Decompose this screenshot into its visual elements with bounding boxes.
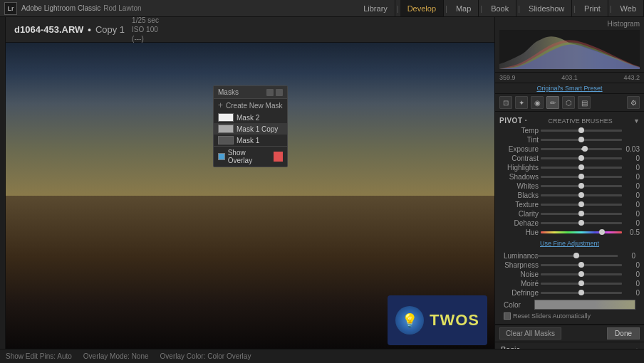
reset-sliders-row: Reset Sliders Automatically: [499, 311, 640, 321]
file-info-bar: d1064-453.ARW • Copy 1 1/25 sec ISO 100 …: [6, 17, 494, 43]
left-panel: [0, 17, 6, 349]
range-tool-btn[interactable]: ▤: [578, 96, 591, 109]
slider-row-whites: Whites 0: [499, 182, 640, 190]
slider-label-temp: Temp: [499, 127, 539, 135]
brush-panel-close[interactable]: [276, 89, 283, 96]
slider-row-clarity: Clarity 0: [499, 210, 640, 218]
slider-label-blacks: Blacks: [499, 191, 539, 199]
tab-book[interactable]: Book: [484, 0, 516, 16]
slider-thumb-highlights: [578, 164, 584, 170]
tab-develop[interactable]: Develop: [400, 0, 444, 16]
slider-label-dehaze: Dehaze: [499, 219, 539, 227]
slider-label-hue: Hue: [499, 228, 539, 236]
slider-track-texture[interactable]: [541, 204, 622, 206]
brush-item-mask1[interactable]: Mask 1: [214, 135, 287, 146]
slider-row-texture: Texture 0: [499, 201, 640, 209]
basic-panel-header[interactable]: Basic ›: [495, 342, 644, 349]
slider-label-contrast: Contrast: [499, 154, 539, 162]
creative-brushes-header[interactable]: Pivot · CREATIVE BRUSHES ▼: [499, 115, 640, 127]
slider-thumb-moire: [578, 280, 584, 286]
top-nav-bar: Lr Adobe Lightroom Classic Rod Lawton Li…: [0, 0, 644, 17]
section-toggle-arrow: ▼: [633, 117, 640, 125]
slider-thumb-dehaze: [578, 220, 584, 226]
slider-row-temp: Temp: [499, 127, 640, 135]
original-preset-button[interactable]: Original's Smart Preset: [495, 83, 644, 94]
slider-value-exposure: 0.03: [624, 145, 640, 153]
slider-row-moire: Moiré 0: [499, 280, 640, 288]
done-btn[interactable]: Done: [607, 327, 640, 340]
fine-adjustment-btn[interactable]: Use Fine Adjustment: [504, 238, 635, 248]
slider-value-clarity: 0: [624, 210, 640, 218]
reset-checkbox[interactable]: [504, 312, 511, 320]
slider-track-blacks[interactable]: [541, 194, 622, 196]
brush-swatch-mask1copy: [218, 125, 234, 133]
file-iso: ISO 100: [132, 25, 159, 34]
brush-item-mask1copy[interactable]: Mask 1 Copy: [214, 123, 287, 135]
brush-tool-btn[interactable]: ✏: [546, 96, 559, 109]
slider-track-exposure[interactable]: [541, 148, 622, 150]
slider-thumb-exposure: [582, 146, 588, 152]
slider-thumb-tint: [578, 137, 584, 142]
slider-row-contrast: Contrast 0: [499, 154, 640, 162]
settings-tool-btn[interactable]: ⚙: [627, 96, 640, 109]
slider-track-noise[interactable]: [541, 273, 622, 275]
brush-panel-minimize[interactable]: [266, 89, 274, 96]
file-name-separator: •: [88, 24, 91, 35]
slider-value-contrast: 0: [624, 154, 640, 162]
brush-panel-controls: [266, 89, 283, 96]
slider-track-shadows[interactable]: [541, 176, 622, 178]
slider-label-tint: Tint: [499, 136, 539, 144]
tab-web[interactable]: Web: [613, 0, 644, 16]
slider-row-defringe: Defringe 0: [499, 289, 640, 297]
status-overlay-color: Overlay Color: Color Overlay: [160, 352, 251, 360]
slider-thumb-sharpness: [578, 262, 584, 268]
tab-map[interactable]: Map: [449, 0, 479, 16]
slider-track-whites[interactable]: [541, 185, 622, 187]
slider-track-highlights[interactable]: [541, 167, 622, 169]
status-bar: Show Edit Pins: Auto Overlay Mode: None …: [0, 349, 644, 363]
create-new-mask-btn[interactable]: + Create New Mask: [214, 99, 287, 112]
luminance-track[interactable]: [534, 255, 618, 257]
slider-track-temp[interactable]: [541, 130, 622, 132]
show-overlay-checkbox[interactable]: [218, 153, 225, 160]
tab-slideshow[interactable]: Slideshow: [521, 0, 572, 16]
slider-track-hue[interactable]: [541, 231, 622, 233]
tab-library[interactable]: Library: [356, 0, 395, 16]
color-row: Color: [499, 298, 640, 311]
slider-track-clarity[interactable]: [541, 213, 622, 215]
slider-track-dehaze[interactable]: [541, 222, 622, 224]
file-copy-label: Copy 1: [95, 24, 125, 35]
tab-print[interactable]: Print: [577, 0, 608, 16]
brush-item-mask2[interactable]: Mask 2: [214, 112, 287, 123]
histogram-section: Histogram: [495, 17, 644, 73]
brush-panel: Masks + Create New Mask Mask 2 Mask: [213, 85, 288, 167]
color-box-display[interactable]: [534, 300, 635, 310]
slider-thumb-texture: [578, 201, 584, 207]
slider-track-moire[interactable]: [541, 283, 622, 285]
slider-row-sharpness: Sharpness 0: [499, 261, 640, 269]
app-logo: Lr: [4, 2, 17, 15]
slider-track-contrast[interactable]: [541, 157, 622, 159]
slider-value-blacks: 0: [624, 191, 640, 199]
slider-label-exposure: Exposure: [499, 145, 539, 153]
filter-tool-btn[interactable]: ⬡: [562, 96, 575, 109]
clear-all-masks-btn[interactable]: Clear All Masks: [499, 327, 561, 340]
heal-tool-btn[interactable]: ✦: [515, 96, 528, 109]
slider-track-defringe[interactable]: [541, 292, 622, 294]
slider-thumb-hue: [599, 229, 605, 235]
crop-tool-btn[interactable]: ⊡: [499, 96, 512, 109]
slider-label-noise: Noise: [499, 270, 539, 278]
status-overlay-mode: Overlay Mode: None: [83, 352, 149, 360]
slider-row-highlights: Highlights 0: [499, 164, 640, 172]
file-name: d1064-453.ARW: [14, 24, 83, 35]
slider-label-highlights: Highlights: [499, 164, 539, 172]
panel-scroll-area: Pivot · CREATIVE BRUSHES ▼ Temp: [495, 112, 644, 349]
slider-value-hue: 0.5: [624, 228, 640, 236]
red-eye-tool-btn[interactable]: ◉: [531, 96, 544, 109]
slider-track-tint[interactable]: [541, 139, 622, 141]
overlay-color-box[interactable]: [274, 152, 283, 162]
slider-track-sharpness[interactable]: [541, 264, 622, 266]
luminance-row: Luminance 0: [499, 251, 640, 261]
right-panel: Histogram: [494, 17, 644, 349]
slider-row-blacks: Blacks 0: [499, 191, 640, 199]
